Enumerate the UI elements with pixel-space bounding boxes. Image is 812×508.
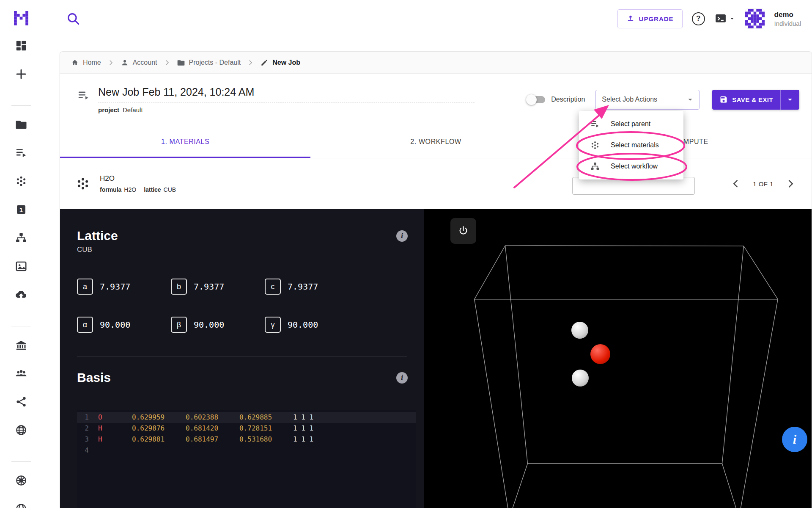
menu-item-select-workflow[interactable]: Select workflow (579, 156, 683, 177)
project-label: project (98, 106, 119, 113)
job-header: New Job Feb 11, 2024, 10:24 AM projectDe… (60, 74, 812, 125)
sidebar-divider (11, 105, 31, 106)
chevron-left-icon (730, 178, 742, 190)
chevron-down-icon (729, 15, 735, 22)
lattice-title: Lattice (77, 229, 118, 243)
save-exit-button[interactable]: SAVE & EXIT (712, 90, 780, 110)
cloud-upload-icon[interactable] (15, 288, 27, 301)
upgrade-label: UPGRADE (639, 15, 674, 22)
basis-line: 4 (77, 445, 416, 456)
folder-icon (177, 58, 185, 67)
user-name: demo (774, 11, 801, 19)
lattice-param-c: c7.9377 (265, 279, 407, 295)
home-icon (71, 58, 79, 67)
upload-icon (626, 14, 635, 24)
menu-item-select-parent[interactable]: Select parent (579, 113, 683, 135)
save-icon (719, 95, 728, 104)
basis-editor[interactable]: 1O0.6299590.6023880.6298851 1 1 2H0.6298… (77, 410, 416, 508)
breadcrumb-new-job[interactable]: New Job (260, 58, 300, 67)
job-title[interactable]: New Job Feb 11, 2024, 10:24 AM (98, 86, 475, 102)
basis-title: Basis (77, 370, 111, 385)
breadcrumb-account[interactable]: Account (121, 58, 157, 67)
wheel-icon[interactable] (15, 474, 27, 487)
playlist-play-icon (77, 88, 90, 101)
avatar[interactable] (745, 8, 765, 29)
share-icon[interactable] (15, 395, 27, 408)
basis-line: 1O0.6299590.6023880.6298851 1 1 (77, 412, 416, 423)
lattice-param-beta: β90.000 (171, 317, 265, 333)
atom-hydrogen[interactable] (572, 370, 589, 387)
atoms-icon (75, 176, 91, 191)
material-details: formulaH2OlatticeCUB (100, 186, 184, 193)
materials-icon[interactable] (15, 175, 27, 188)
upgrade-button[interactable]: UPGRADE (617, 9, 683, 28)
info-icon[interactable]: i (396, 372, 408, 384)
jobs-list-icon[interactable] (15, 146, 27, 159)
tab-materials[interactable]: 1. MATERIALS (60, 125, 310, 158)
folder-icon[interactable] (15, 118, 27, 131)
unit-cell-wireframe (424, 209, 812, 508)
structure-viewer-3d[interactable]: i (424, 209, 812, 508)
workflows-icon[interactable] (15, 232, 27, 244)
save-dropdown-button[interactable] (780, 90, 799, 110)
user-plan: Individual (774, 20, 801, 27)
chevron-right-icon (163, 59, 171, 66)
web-icon[interactable] (15, 424, 27, 436)
chevron-right-icon (785, 178, 796, 190)
menu-item-select-materials[interactable]: Select materials (579, 135, 683, 156)
chevron-down-icon (785, 94, 795, 105)
tab-bar: 1. MATERIALS 2. WORKFLOW 3. COMPUTE (60, 125, 812, 158)
tab-workflow[interactable]: 2. WORKFLOW (310, 125, 561, 158)
breadcrumb-home[interactable]: Home (71, 58, 101, 67)
breadcrumb-projects[interactable]: Projects - Default (177, 58, 241, 67)
top-bar: UPGRADE ? demo Individual (42, 0, 812, 37)
breadcrumb: Home Account Projects - Default New Job (60, 52, 812, 74)
atom-hydrogen[interactable] (571, 322, 588, 339)
info-button[interactable]: i (782, 427, 807, 452)
lattice-params: a7.9377 b7.9377 c7.9377 α90.000 β90.000 … (77, 279, 407, 333)
svg-text:1: 1 (19, 206, 23, 213)
sidebar-divider (11, 326, 31, 326)
project-value: Default (123, 106, 143, 113)
media-icon[interactable] (15, 260, 27, 273)
description-toggle[interactable] (527, 96, 545, 103)
institution-icon[interactable] (15, 339, 27, 351)
material-editor-panel: Lattice i CUB a7.9377 b7.9377 c7.9377 α9… (60, 209, 424, 508)
lattice-param-gamma: γ90.000 (265, 317, 407, 333)
lattice-type: CUB (60, 243, 424, 254)
job-actions-select[interactable]: Select Job Actions (595, 90, 700, 110)
user-info: demo Individual (774, 11, 801, 27)
mat3ra-logo-icon[interactable] (14, 11, 28, 25)
toggle-knob (526, 94, 537, 105)
globe-partial-icon[interactable] (15, 502, 27, 508)
sidebar: 1 (0, 0, 42, 508)
next-material-button[interactable] (785, 178, 796, 190)
atom-oxygen[interactable] (590, 344, 610, 364)
info-icon[interactable]: i (396, 230, 408, 242)
app-root: 1 (0, 0, 812, 508)
basis-line: 3H0.6298810.6814970.5316801 1 1 (77, 434, 416, 445)
job-project: projectDefault (98, 106, 475, 113)
prev-material-button[interactable] (730, 178, 742, 190)
material-pagination: 1 OF 1 (730, 178, 796, 190)
save-split-button: SAVE & EXIT (712, 90, 799, 110)
main-card: Home Account Projects - Default New Job (60, 51, 812, 508)
bank-materials-icon[interactable]: 1 (15, 203, 27, 216)
teams-icon[interactable] (15, 367, 27, 380)
pagination-label: 1 OF 1 (753, 180, 774, 188)
power-icon (458, 225, 469, 237)
help-icon[interactable]: ? (692, 12, 705, 25)
chevron-down-icon (686, 95, 695, 104)
search-icon[interactable] (66, 11, 80, 26)
sidebar-divider (11, 461, 31, 462)
material-name: H2O (100, 174, 184, 183)
job-actions-menu: Select parent Select materials Select wo… (579, 111, 683, 179)
terminal-icon[interactable] (714, 12, 735, 25)
job-actions-label: Select Job Actions (602, 96, 657, 103)
lattice-param-a: a7.9377 (77, 279, 171, 295)
power-button[interactable] (450, 218, 476, 244)
dashboard-icon[interactable] (15, 39, 27, 52)
material-set-select[interactable] (572, 177, 695, 195)
chevron-right-icon (247, 59, 254, 66)
add-icon[interactable] (15, 68, 27, 80)
